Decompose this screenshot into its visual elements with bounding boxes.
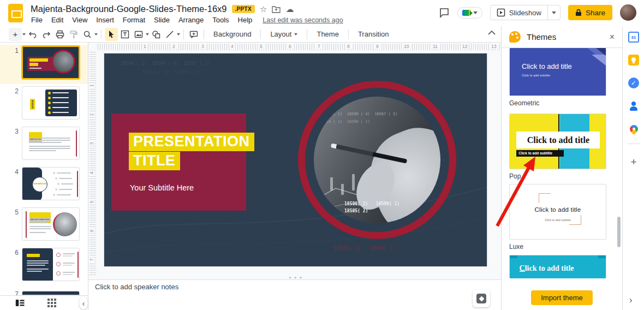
menu-view[interactable]: View bbox=[68, 15, 91, 25]
slide-1-thumbnail[interactable] bbox=[22, 46, 80, 79]
palette-icon bbox=[509, 31, 521, 43]
line-dropdown-icon[interactable] bbox=[177, 33, 180, 35]
slide-thumbnail-row-4[interactable]: 4 OUR SERVICES bbox=[0, 166, 88, 205]
theme-preview-luxe[interactable]: Click to add title Click to add subtitle bbox=[509, 184, 606, 240]
share-button[interactable]: Share bbox=[568, 5, 612, 20]
slide-6-thumbnail[interactable] bbox=[22, 248, 80, 281]
new-slide-dropdown-icon[interactable] bbox=[22, 33, 26, 35]
undo-button[interactable] bbox=[26, 28, 39, 41]
slide-number: 2 bbox=[10, 87, 19, 95]
calendar-icon[interactable]: 31 bbox=[628, 31, 640, 43]
lock-icon bbox=[575, 9, 582, 16]
speaker-notes-placeholder[interactable]: Click to add speaker notes bbox=[95, 283, 178, 291]
themes-panel: Themes × Click to add title Click to add… bbox=[501, 26, 622, 310]
meet-join-button[interactable] bbox=[457, 7, 482, 19]
stock-chart-photo[interactable]: 18594 ( 1) 18599 ( 4) 18567 ( 2) 18514 (… bbox=[314, 97, 440, 223]
account-avatar[interactable] bbox=[620, 4, 636, 21]
insert-comment-button[interactable] bbox=[187, 28, 200, 41]
contacts-icon[interactable] bbox=[628, 100, 640, 112]
new-slide-button[interactable]: + bbox=[9, 28, 22, 41]
slide-thumbnail-row-1[interactable]: 1 bbox=[0, 45, 88, 84]
theme-button[interactable]: Theme bbox=[311, 28, 344, 41]
slide-thumbnail-row-5[interactable]: 5 PROJECT PROCESS bbox=[0, 206, 88, 246]
comment-history-icon[interactable] bbox=[439, 7, 450, 18]
pptx-badge: .PPTX bbox=[232, 5, 255, 13]
menu-insert[interactable]: Insert bbox=[92, 15, 118, 25]
slide-editing-surface[interactable]: 18594 ( 1) 18599 ( 4) 18567 ( 2) 18514 (… bbox=[104, 53, 487, 267]
slide-thumbnail-row-7[interactable]: 7 bbox=[0, 287, 88, 295]
slide-2-thumbnail[interactable]: AGENDA bbox=[22, 86, 80, 120]
theme-label-pop: Pop bbox=[509, 172, 521, 180]
move-to-folder-icon[interactable] bbox=[272, 5, 281, 13]
menu-edit[interactable]: Edit bbox=[47, 15, 67, 25]
redo-button[interactable] bbox=[40, 28, 53, 41]
slide-thumbnail-row-6[interactable]: 6 bbox=[0, 247, 88, 286]
background-ticker-text: 18505( 2) 18590( 1) bbox=[333, 246, 396, 251]
hide-menus-button[interactable] bbox=[488, 30, 496, 35]
menu-file[interactable]: File bbox=[27, 15, 46, 25]
zoom-button[interactable] bbox=[81, 28, 94, 41]
themes-scrollbar[interactable] bbox=[617, 217, 621, 247]
slide-filmstrip: 1 2 AGENDA bbox=[0, 43, 88, 295]
slide-5-thumbnail[interactable]: PROJECT PROCESS bbox=[22, 207, 80, 241]
image-dropdown-icon[interactable] bbox=[146, 33, 149, 35]
collapse-filmstrip-button[interactable]: ‹ bbox=[79, 296, 88, 309]
zoom-dropdown-icon[interactable] bbox=[94, 33, 98, 35]
maps-icon[interactable] bbox=[628, 123, 640, 135]
close-icon[interactable]: × bbox=[610, 32, 615, 42]
slide-3-thumbnail[interactable]: ABOUT US bbox=[22, 127, 80, 160]
rail-divider bbox=[627, 144, 640, 144]
layout-button[interactable]: Layout bbox=[264, 28, 303, 41]
chevron-down-icon bbox=[473, 11, 478, 14]
grid-view-icon[interactable] bbox=[47, 299, 56, 307]
theme-preview-pop[interactable]: Click to add title Click to add subtitle bbox=[509, 114, 606, 169]
slide-4-thumbnail[interactable]: OUR SERVICES bbox=[22, 167, 80, 200]
explore-icon bbox=[476, 294, 486, 303]
slide-title[interactable]: PRESENTATION TITLE Your Subtitle Here bbox=[129, 133, 254, 192]
speaker-notes-area[interactable]: Click to add speaker notes bbox=[88, 279, 501, 310]
slide-canvas-area: 1 2 3 4 5 6 7 8 9 10 11 12 13 1 2 3 4 5 … bbox=[88, 43, 501, 279]
keep-icon[interactable] bbox=[628, 54, 640, 66]
tasks-icon[interactable]: ✓ bbox=[628, 77, 640, 89]
horizontal-ruler: 1 2 3 4 5 6 7 8 9 10 11 12 13 bbox=[96, 44, 501, 50]
slideshow-button[interactable]: Slideshow bbox=[490, 5, 560, 20]
transition-button[interactable]: Transition bbox=[352, 28, 395, 41]
theme-preview-geometric[interactable]: Click to add title Click to add subtitle bbox=[509, 48, 606, 96]
insert-shape-button[interactable] bbox=[150, 28, 163, 41]
insert-line-button[interactable] bbox=[163, 28, 176, 41]
paint-format-button[interactable] bbox=[67, 28, 80, 41]
slide-number: 4 bbox=[10, 168, 19, 176]
star-icon[interactable]: ☆ bbox=[260, 5, 267, 13]
slideshow-label: Slideshow bbox=[509, 9, 541, 17]
slide-thumbnail-row-2[interactable]: 2 AGENDA bbox=[0, 85, 88, 124]
theme-label-geometric: Geometric bbox=[509, 99, 539, 107]
slide-number: 7 bbox=[10, 290, 19, 295]
google-slides-logo-icon[interactable] bbox=[8, 4, 23, 22]
expand-rail-icon[interactable]: › bbox=[629, 295, 633, 306]
meet-camera-icon bbox=[462, 10, 471, 16]
add-addon-button[interactable]: + bbox=[628, 156, 640, 168]
menu-slide[interactable]: Slide bbox=[150, 15, 174, 25]
menu-tools[interactable]: Tools bbox=[208, 15, 232, 25]
print-button[interactable] bbox=[53, 28, 67, 41]
cloud-status-icon[interactable]: ☁ bbox=[285, 5, 294, 13]
menu-help[interactable]: Help bbox=[234, 15, 257, 25]
explore-button[interactable] bbox=[473, 290, 490, 307]
menu-arrange[interactable]: Arrange bbox=[175, 15, 207, 25]
insert-image-button[interactable] bbox=[132, 28, 145, 41]
text-box-button[interactable] bbox=[118, 28, 132, 41]
last-edit-link[interactable]: Last edit was seconds ago bbox=[263, 16, 343, 24]
slide-thumbnail-row-3[interactable]: 3 ABOUT US bbox=[0, 126, 88, 165]
select-tool-button[interactable] bbox=[105, 28, 118, 41]
slide-subtitle[interactable]: Your Subtitle Here bbox=[130, 183, 254, 192]
slideshow-dropdown[interactable] bbox=[547, 5, 560, 20]
background-button[interactable]: Background bbox=[207, 28, 257, 41]
slide-7-thumbnail[interactable] bbox=[22, 291, 80, 295]
filmstrip-footer: ‹ bbox=[0, 295, 88, 310]
import-theme-button[interactable]: Import theme bbox=[531, 290, 593, 305]
document-title[interactable]: Majenta-Background-Google-Slides-Theme-1… bbox=[31, 4, 227, 14]
menu-format[interactable]: Format bbox=[119, 15, 149, 25]
theme-preview-teal[interactable]: Click to add title bbox=[509, 255, 606, 278]
filmstrip-view-icon[interactable] bbox=[15, 299, 25, 307]
edit-toolbar: + Background Layout bbox=[0, 26, 501, 43]
